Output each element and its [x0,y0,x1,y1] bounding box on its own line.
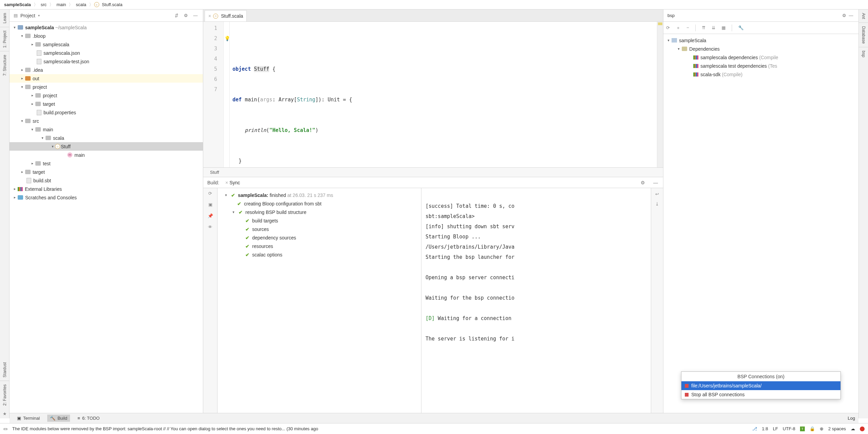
tree-folder-project[interactable]: ▼project [10,83,203,91]
popup-item-connection[interactable]: file:/Users/jetbrains/sampleScala/ [681,381,840,390]
build-tree[interactable]: ▼✔sampleScala: finished at 26.03. 21 s 2… [218,188,421,418]
code-body[interactable]: 💡 object Stuff { def main(args: Array[St… [230,22,657,167]
eye-icon[interactable]: 👁 [208,224,212,230]
tree-folder[interactable]: ▼samplescala [10,40,203,49]
bsp-root[interactable]: ▼sampleScala [663,36,858,45]
stop-icon[interactable]: ▣ [208,202,212,207]
tree-file[interactable]: samplescala.json [10,49,203,57]
bsp-dependencies[interactable]: ▼Dependencies [663,45,858,53]
fatal-error-icon[interactable] [860,427,865,431]
tree-method-main[interactable]: mmain [10,151,203,159]
bottom-tab-build[interactable]: 🔨Build [47,415,70,422]
tree-object-stuff[interactable]: ▼○Stuff [10,142,203,151]
file-encoding[interactable]: UTF-8 [783,426,795,431]
sidebar-tab-stardust[interactable]: Stardust [2,359,8,381]
build-sync-tab[interactable]: ×Sync [225,180,240,185]
tree-folder-out[interactable]: ▼out [10,74,203,83]
add-icon[interactable]: ＋ [676,25,680,31]
line-separator[interactable]: LF [773,426,778,431]
sidebar-tab-database[interactable]: Database [861,23,867,47]
build-row-root[interactable]: ▼✔sampleScala: finished at 26.03. 21 s 2… [218,191,421,199]
gear-icon[interactable]: ⚙ [841,12,848,19]
tree-folder-bloop[interactable]: ▼.bloop [10,32,203,40]
tree-folder-scala[interactable]: ▼scala [10,134,203,142]
project-panel-title[interactable]: Project [20,13,35,18]
indent-indicator[interactable]: 2 spaces [828,426,846,431]
hide-icon[interactable]: — [192,12,199,19]
tree-external-libraries[interactable]: ▼External Libraries [10,185,203,193]
refresh-icon[interactable]: ⟳ [666,25,670,30]
nav-file[interactable]: Stuff.scala [100,1,124,8]
tree-folder-src[interactable]: ▼src [10,117,203,125]
tree-folder-target[interactable]: ▼target [10,168,203,176]
tree-scratches[interactable]: ▼Scratches and Consoles [10,193,203,202]
pin-icon[interactable]: × [208,13,211,19]
refresh-icon[interactable]: ⟳ [208,191,212,196]
highlight-level-icon[interactable]: T [800,427,805,431]
wrench-icon[interactable]: 🔧 [738,25,744,30]
build-row[interactable]: ✔build targets [218,216,421,225]
hide-icon[interactable]: — [848,12,854,19]
code-editor[interactable]: 1234567 💡 object Stuff { def main(args: … [203,22,663,167]
expand-icon[interactable]: ⇊ [712,25,715,30]
build-row[interactable]: ✔scalac options [218,250,421,259]
build-row[interactable]: ▼✔resolving BSP build structure [218,208,421,216]
bsp-dep-item[interactable]: samplescala dependencies (Compile [663,53,858,62]
editor-tab-stuff[interactable]: × ○ Stuff.scala [205,10,247,21]
build-row[interactable]: ✔resources [218,242,421,250]
status-message[interactable]: The IDE modules below were removed by th… [12,426,747,431]
tree-root[interactable]: ▼sampleScala ~/sampleScala [10,23,203,32]
nav-src[interactable]: src [39,1,49,8]
bottom-tab-todo[interactable]: ≡6: TODO [75,415,102,422]
gear-icon[interactable]: ⚙ [183,12,189,19]
intention-bulb-icon[interactable]: 💡 [224,33,230,44]
tree-folder-test[interactable]: ▼test [10,159,203,168]
bsp-dep-item[interactable]: scala-sdk (Compile) [663,70,858,79]
sidebar-tab-ant[interactable]: Ant [861,10,867,22]
scroll-end-icon[interactable]: ⤓ [655,201,659,206]
sidebar-tab-project[interactable]: 1: Project [2,27,8,51]
caret-position[interactable]: 1:8 [762,426,768,431]
settings-sync-icon[interactable]: ☁ [851,426,855,431]
tool-window-toggle-icon[interactable]: ▭ [3,426,7,431]
build-row[interactable]: ✔dependency sources [218,233,421,242]
fold-gutter[interactable] [224,22,230,167]
build-row[interactable]: ✔sources [218,225,421,233]
memory-indicator-icon[interactable]: ⊕ [820,426,823,431]
error-stripe[interactable] [657,22,663,167]
build-output[interactable]: [success] Total time: 0 s, cosbt:sampleS… [421,188,651,418]
collapse-icon[interactable]: ⇈ [702,25,706,30]
sidebar-tab-learn[interactable]: Learn [2,10,8,27]
tree-folder[interactable]: ▼project [10,91,203,100]
nav-main[interactable]: main [54,1,68,8]
bsp-tree[interactable]: ▼sampleScala ▼Dependencies samplescala d… [663,34,858,418]
collapse-icon[interactable]: ⇵ [173,12,180,19]
git-icon[interactable]: ⎇ [752,426,757,431]
gear-icon[interactable]: ⚙ [639,179,646,186]
tree-folder-main[interactable]: ▼main [10,125,203,134]
remove-icon[interactable]: − [687,25,689,30]
bottom-tab-terminal[interactable]: ▣Terminal [14,415,42,422]
sidebar-tab-favorites[interactable]: 2: Favorites [2,381,8,409]
build-row[interactable]: ✔creating Bloop configuration from sbt [218,199,421,208]
sidebar-tab-bsp[interactable]: bsp [861,47,867,61]
tree-file[interactable]: build.properties [10,108,203,117]
tree-file-buildsbt[interactable]: build.sbt [10,176,203,185]
lock-icon[interactable]: 🔒 [810,426,815,431]
bottom-tab-log[interactable]: Log [844,413,858,423]
popup-item-stop-all[interactable]: Stop all BSP connections [681,390,840,399]
line-number-gutter[interactable]: 1234567 [203,22,224,167]
pin-icon[interactable]: 📌 [208,213,213,218]
hide-icon[interactable]: — [652,179,659,186]
nav-scala[interactable]: scala [74,1,88,8]
nav-root[interactable]: sampleScala [2,1,33,8]
module-icon[interactable]: ▦ [722,25,726,30]
editor-breadcrumb[interactable]: Stuff [203,167,663,177]
soft-wrap-icon[interactable]: ↩ [655,191,659,197]
bsp-dep-item[interactable]: samplescala test dependencies (Tes [663,62,858,70]
tree-folder-idea[interactable]: ▼.idea [10,66,203,74]
tree-folder[interactable]: ▼target [10,100,203,108]
tree-file[interactable]: samplescala-test.json [10,57,203,66]
project-tree[interactable]: ▼sampleScala ~/sampleScala ▼.bloop ▼samp… [10,22,203,418]
sidebar-tab-structure[interactable]: 7: Structure [2,51,8,79]
